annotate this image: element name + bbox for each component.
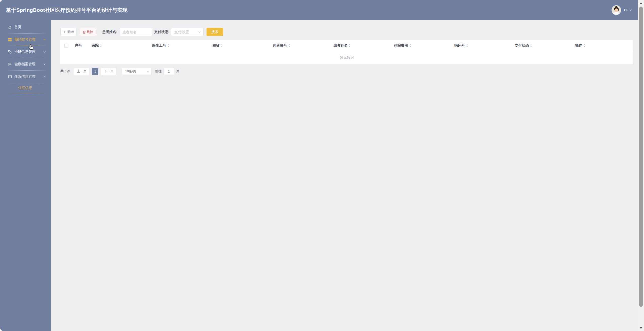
table-header-job-title[interactable]: 职称: [210, 43, 270, 48]
table-header-checkbox-cell: [60, 44, 72, 48]
chevron-down-icon[interactable]: [629, 9, 632, 11]
schedule-tag-icon: [8, 50, 12, 54]
next-page-label: 下一页: [104, 69, 113, 74]
sort-carets[interactable]: [167, 43, 169, 48]
appointment-grid-icon: [8, 38, 12, 42]
column-label: 医院: [92, 43, 99, 48]
app-window: 基于SpringBoot社区医疗预约挂号平台的设计与实现 11: [0, 0, 638, 331]
sort-carets[interactable]: [584, 43, 586, 48]
column-label: 患者姓名: [333, 43, 347, 48]
vertical-scrollbar[interactable]: [638, 0, 644, 331]
user-menu[interactable]: 11: [612, 5, 632, 15]
top-header-bar: 基于SpringBoot社区医疗预约挂号平台的设计与实现 11: [0, 0, 638, 20]
column-label: 住院费用: [394, 43, 408, 48]
chevron-down-icon: [43, 63, 46, 65]
patient-name-input[interactable]: [119, 28, 152, 36]
page-title: 基于SpringBoot社区医疗预约挂号平台的设计与实现: [6, 7, 128, 14]
pay-status-select[interactable]: 支付状态: [171, 28, 204, 36]
next-page-button[interactable]: 下一页: [101, 68, 116, 75]
goto-label: 前往: [155, 69, 162, 74]
sort-carets[interactable]: [466, 43, 468, 48]
health-record-icon: [8, 62, 12, 66]
add-button-label: 新增: [67, 30, 74, 34]
main-content: 新增 删除 患者姓名: 支付状态: 支付状态 搜索: [51, 20, 638, 331]
prev-page-label: 上一页: [77, 69, 87, 74]
trash-icon: [83, 30, 86, 34]
pay-status-label: 支付状态:: [154, 30, 170, 34]
sort-carets[interactable]: [288, 43, 290, 48]
delete-button-label: 删除: [87, 30, 93, 34]
empty-text: 暂无数据: [340, 55, 354, 60]
search-button-label: 搜索: [211, 30, 218, 34]
pagination: 共 0 条 上一页 1 下一页 10条/页 前往 页: [60, 68, 633, 75]
sidebar-item-schedule-management[interactable]: 排班信息管理: [0, 46, 51, 58]
username: 11: [623, 8, 627, 12]
scroll-up-arrow[interactable]: [638, 1, 644, 5]
goto-page-input[interactable]: [164, 68, 174, 75]
sidebar: 首页 预约挂号管理 排班信息管理: [0, 20, 51, 331]
pay-status-select-placeholder: 支付状态: [174, 30, 189, 35]
pagination-total: 共 0 条: [60, 69, 70, 74]
page-number-1[interactable]: 1: [92, 68, 98, 75]
chevron-up-icon: [43, 75, 46, 78]
sort-carets[interactable]: [349, 43, 351, 48]
chevron-down-icon: [198, 31, 201, 33]
home-icon: [8, 25, 12, 29]
table-header-row: 序号 医院 医生工号 职称 患者账号: [60, 40, 633, 51]
column-label: 支付状态: [515, 43, 529, 48]
delete-button[interactable]: 删除: [80, 28, 96, 36]
chevron-down-icon: [43, 38, 46, 41]
scrollbar-thumb[interactable]: [639, 7, 643, 307]
sidebar-item-home[interactable]: 首页: [0, 21, 51, 33]
avatar-image: [612, 5, 621, 15]
select-all-checkbox[interactable]: [64, 44, 68, 48]
goto-suffix: 页: [176, 69, 179, 74]
sidebar-divider: [8, 93, 46, 93]
table-header-bed-number[interactable]: 病床号: [452, 43, 512, 48]
sort-carets[interactable]: [409, 43, 411, 48]
sidebar-subitem-label: 住院信息: [18, 86, 32, 90]
sort-carets[interactable]: [221, 43, 223, 48]
sidebar-item-hospitalization-management[interactable]: 住院信息管理: [0, 71, 51, 83]
page-size-select[interactable]: 10条/页: [121, 68, 151, 75]
table-header-patient-name[interactable]: 患者姓名: [331, 43, 391, 48]
current-page-label: 1: [94, 70, 96, 73]
table-header-patient-account[interactable]: 患者账号: [270, 43, 331, 48]
sidebar-subitem-hospitalization-info[interactable]: 住院信息: [0, 83, 51, 93]
sidebar-item-health-record-management[interactable]: 健康档案管理: [0, 58, 51, 70]
column-label: 操作: [575, 43, 582, 48]
search-button[interactable]: 搜索: [207, 28, 223, 36]
plus-icon: [63, 30, 66, 34]
page-size-label: 10条/页: [125, 69, 136, 74]
sidebar-item-label: 预约挂号管理: [14, 37, 43, 42]
table-empty-state: 暂无数据: [60, 51, 633, 64]
patient-name-label: 患者姓名:: [102, 30, 117, 34]
column-label: 职称: [213, 43, 220, 48]
table-header-actions[interactable]: 操作: [573, 43, 633, 48]
sort-carets[interactable]: [100, 43, 102, 48]
column-label: 病床号: [454, 43, 465, 48]
column-label: 序号: [75, 43, 82, 48]
hospitalization-table-icon: [8, 75, 12, 79]
prev-page-button[interactable]: 上一页: [74, 68, 89, 75]
column-label: 患者账号: [273, 43, 287, 48]
add-button[interactable]: 新增: [60, 28, 76, 36]
sidebar-item-label: 健康档案管理: [14, 62, 43, 67]
sidebar-item-label: 首页: [14, 25, 46, 29]
column-label: 医生工号: [152, 43, 166, 48]
toolbar: 新增 删除 患者姓名: 支付状态: 支付状态 搜索: [60, 28, 633, 36]
data-table: 序号 医院 医生工号 职称 患者账号: [60, 40, 633, 64]
table-header-index: 序号: [72, 43, 89, 48]
sort-carets[interactable]: [530, 43, 532, 48]
sidebar-item-appointment-management[interactable]: 预约挂号管理: [0, 34, 51, 46]
table-header-doctor-id[interactable]: 医生工号: [149, 43, 210, 48]
table-header-hospital[interactable]: 医院: [89, 43, 149, 48]
table-header-hospitalization-cost[interactable]: 住院费用: [391, 43, 452, 48]
avatar[interactable]: [612, 5, 621, 15]
table-header-pay-status[interactable]: 支付状态: [512, 43, 573, 48]
chevron-down-icon: [43, 51, 46, 53]
sidebar-item-label: 住院信息管理: [14, 74, 43, 79]
chevron-down-icon: [147, 70, 149, 73]
scroll-down-arrow[interactable]: [638, 326, 644, 330]
sidebar-item-label: 排班信息管理: [14, 50, 43, 54]
